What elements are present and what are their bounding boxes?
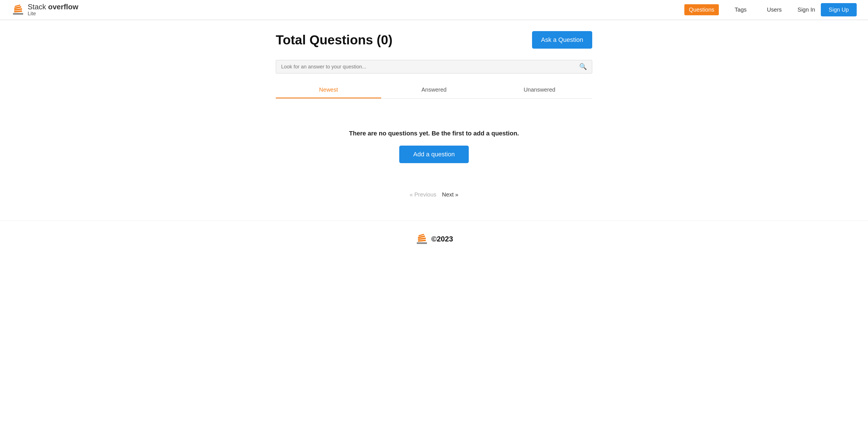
- logo-overflow: overflow: [48, 3, 78, 11]
- search-icon[interactable]: 🔍: [579, 63, 587, 70]
- logo-text: Stack overflow Lite: [28, 3, 78, 17]
- footer: ©2023: [0, 221, 868, 254]
- nav-tags[interactable]: Tags: [730, 4, 751, 15]
- logo-lite: Lite: [28, 11, 78, 17]
- page-title: Total Questions (0): [276, 32, 393, 48]
- pagination: « Previous Next »: [276, 192, 592, 198]
- svg-rect-0: [13, 13, 23, 15]
- next-button[interactable]: Next »: [442, 192, 458, 198]
- footer-logo-icon: [415, 232, 429, 246]
- tab-newest[interactable]: Newest: [276, 82, 381, 98]
- svg-rect-6: [417, 240, 426, 242]
- svg-rect-1: [14, 10, 22, 12]
- tabs: Newest Answered Unanswered: [276, 82, 592, 99]
- nav-links: Questions Tags Users: [684, 4, 786, 15]
- tab-unanswered[interactable]: Unanswered: [487, 82, 592, 98]
- search-bar: 🔍: [276, 60, 592, 74]
- header-row: Total Questions (0) Ask a Question: [276, 31, 592, 49]
- logo-stack: Stack: [28, 3, 46, 11]
- main-content: Total Questions (0) Ask a Question 🔍 New…: [265, 20, 603, 215]
- empty-message: There are no questions yet. Be the first…: [276, 130, 592, 137]
- ask-question-button[interactable]: Ask a Question: [532, 31, 592, 49]
- previous-button: « Previous: [410, 192, 437, 198]
- nav-questions[interactable]: Questions: [684, 4, 719, 15]
- search-input[interactable]: [281, 64, 579, 70]
- nav-users[interactable]: Users: [762, 4, 786, 15]
- svg-rect-5: [417, 242, 427, 244]
- empty-state: There are no questions yet. Be the first…: [276, 113, 592, 174]
- signup-button[interactable]: Sign Up: [821, 3, 857, 17]
- signin-button[interactable]: Sign In: [798, 6, 815, 13]
- logo-icon: [11, 3, 25, 17]
- footer-logo: ©2023: [0, 232, 868, 246]
- tab-answered[interactable]: Answered: [381, 82, 487, 98]
- logo-link[interactable]: Stack overflow Lite: [11, 3, 78, 17]
- add-question-button[interactable]: Add a question: [399, 146, 469, 163]
- navbar: Stack overflow Lite Questions Tags Users…: [0, 0, 868, 20]
- footer-copyright: ©2023: [431, 235, 453, 243]
